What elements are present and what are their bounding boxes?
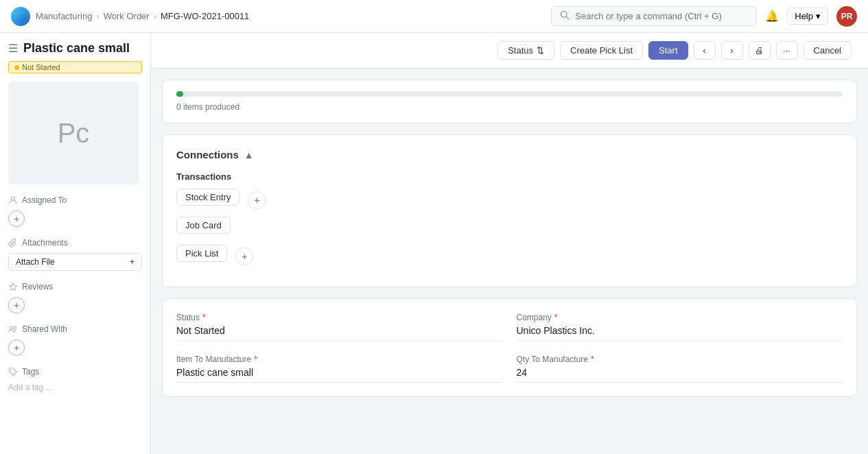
shared-with-label: Shared With <box>8 324 142 334</box>
item-field: Item To Manufacture * Plastic cane small <box>176 355 503 383</box>
avatar[interactable]: PR <box>836 6 857 27</box>
tag-row-pick-list: Pick List + <box>176 245 843 267</box>
svg-line-2 <box>566 16 569 19</box>
ellipsis-icon: ··· <box>783 45 790 56</box>
page-title-area: ☰ Plastic cane small <box>8 41 142 56</box>
search-bar[interactable] <box>551 6 757 26</box>
status-field-value[interactable]: Not Started <box>176 325 503 341</box>
assigned-to-label: Assigned To <box>8 195 142 205</box>
navbar-right: 🔔 Help ▾ PR <box>551 6 857 27</box>
print-icon: 🖨 <box>755 45 764 56</box>
item-field-label: Item To Manufacture * <box>176 355 503 364</box>
pick-list-tag[interactable]: Pick List <box>176 245 227 262</box>
svg-point-6 <box>14 326 16 329</box>
plus-icon: + <box>130 257 134 267</box>
company-field-label: Company * <box>517 313 843 322</box>
breadcrumb: Manufacturing › Work Order › MFG-WO-2021… <box>36 11 249 21</box>
add-pick-list-button[interactable]: + <box>235 248 253 265</box>
content-area: Status ⇅ Create Pick List Start ‹ › 🖨 ··… <box>151 33 868 454</box>
connections-panel: Connections ▲ Transactions Stock Entry +… <box>162 134 857 287</box>
create-pick-list-button[interactable]: Create Pick List <box>560 41 643 60</box>
chevron-down-icon: ▾ <box>816 11 821 21</box>
menu-toggle-button[interactable]: ☰ <box>8 42 18 55</box>
stock-entry-tag[interactable]: Stock Entry <box>176 189 239 206</box>
fields-grid: Status * Not Started Company * Unico Pla… <box>176 313 843 383</box>
connections-collapse-button[interactable]: ▲ <box>244 150 254 160</box>
search-icon <box>560 10 570 22</box>
add-stock-entry-button[interactable]: + <box>248 191 266 209</box>
fields-panel: Status * Not Started Company * Unico Pla… <box>162 298 857 397</box>
company-field: Company * Unico Plastics Inc. <box>517 313 843 341</box>
more-options-button[interactable]: ··· <box>776 41 798 60</box>
tags-section: Tags Add a tag ... <box>8 367 142 392</box>
notification-button[interactable]: 🔔 <box>765 10 779 23</box>
add-shared-button[interactable]: + <box>8 339 25 356</box>
tags-label: Tags <box>8 367 142 377</box>
print-button[interactable]: 🖨 <box>749 41 771 60</box>
progress-bar-fill <box>176 91 183 97</box>
breadcrumb-manufacturing[interactable]: Manufacturing <box>36 11 92 21</box>
main-layout: ☰ Plastic cane small Not Started Pc Assi… <box>0 33 868 454</box>
qty-required: * <box>591 355 594 364</box>
assigned-to-section: Assigned To + <box>8 195 142 227</box>
add-tag-placeholder[interactable]: Add a tag ... <box>8 383 53 392</box>
help-button[interactable]: Help ▾ <box>787 8 828 25</box>
reviews-label: Reviews <box>8 282 142 291</box>
svg-point-3 <box>11 197 14 200</box>
status-required: * <box>202 313 206 322</box>
svg-marker-4 <box>10 283 17 291</box>
action-bar: Status ⇅ Create Pick List Start ‹ › 🖨 ··… <box>151 33 868 69</box>
company-required: * <box>554 313 558 322</box>
status-button[interactable]: Status ⇅ <box>497 41 554 60</box>
chevron-left-icon: ‹ <box>703 45 705 56</box>
shared-with-section: Shared With + <box>8 324 142 356</box>
svg-point-7 <box>11 370 12 371</box>
search-input[interactable] <box>575 11 748 21</box>
progress-label: 0 items produced <box>176 102 843 112</box>
chevron-down-icon: ⇅ <box>537 45 544 56</box>
page-title: Plastic cane small <box>23 41 130 56</box>
tag-row-job-card: Job Card <box>176 217 843 239</box>
company-field-value[interactable]: Unico Plastics Inc. <box>517 325 843 341</box>
item-field-value[interactable]: Plastic cane small <box>176 367 503 383</box>
svg-point-5 <box>10 326 12 329</box>
attachments-label: Attachments <box>8 238 142 248</box>
progress-bar-bg <box>176 91 843 97</box>
status-dot <box>14 65 19 70</box>
svg-point-0 <box>15 10 26 21</box>
transactions-title: Transactions <box>176 171 843 182</box>
status-field-label: Status * <box>176 313 503 322</box>
attach-file-button[interactable]: Attach File + <box>8 253 142 271</box>
left-sidebar: ☰ Plastic cane small Not Started Pc Assi… <box>0 33 151 454</box>
start-button[interactable]: Start <box>648 41 688 60</box>
status-badge: Not Started <box>8 61 142 73</box>
prev-button[interactable]: ‹ <box>694 41 716 60</box>
connections-title: Connections <box>176 149 239 160</box>
add-assigned-button[interactable]: + <box>8 211 25 227</box>
breadcrumb-current: MFG-WO-2021-00011 <box>161 11 249 21</box>
status-field: Status * Not Started <box>176 313 503 341</box>
qty-field: Qty To Manufacture * 24 <box>517 355 843 383</box>
reviews-section: Reviews + <box>8 282 142 313</box>
content-panels: 0 items produced Connections ▲ Transacti… <box>151 69 868 408</box>
next-button[interactable]: › <box>721 41 743 60</box>
cancel-button[interactable]: Cancel <box>804 41 852 60</box>
breadcrumb-sep-1: › <box>96 11 99 21</box>
job-card-tag[interactable]: Job Card <box>176 217 231 234</box>
navbar: Manufacturing › Work Order › MFG-WO-2021… <box>0 0 868 33</box>
breadcrumb-work-order[interactable]: Work Order <box>104 11 150 21</box>
thumbnail: Pc <box>8 82 139 184</box>
app-logo <box>11 7 30 26</box>
chevron-right-icon: › <box>730 45 733 56</box>
help-label: Help <box>795 11 813 21</box>
progress-panel: 0 items produced <box>162 80 857 123</box>
attachments-section: Attachments Attach File + <box>8 238 142 271</box>
qty-field-value[interactable]: 24 <box>517 367 843 383</box>
item-required: * <box>254 355 257 364</box>
breadcrumb-sep-2: › <box>154 11 156 21</box>
qty-field-label: Qty To Manufacture * <box>517 355 843 364</box>
tag-row-stock-entry: Stock Entry + <box>176 189 843 211</box>
connections-header: Connections ▲ <box>176 149 843 160</box>
add-review-button[interactable]: + <box>8 297 25 313</box>
